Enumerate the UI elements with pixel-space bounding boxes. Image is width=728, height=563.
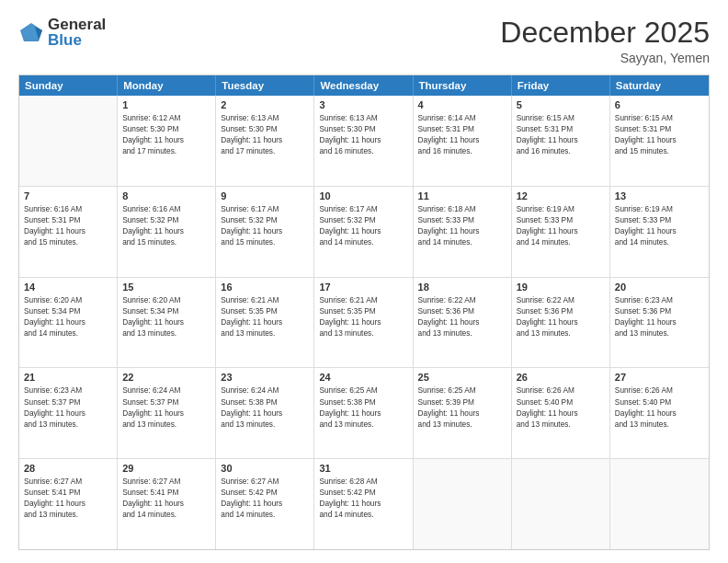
day-number: 5 [517, 99, 605, 110]
day-number: 19 [517, 282, 605, 293]
cell-info: Sunrise: 6:22 AMSunset: 5:36 PMDaylight:… [418, 294, 506, 339]
calendar: SundayMondayTuesdayWednesdayThursdayFrid… [18, 75, 710, 550]
cell-info: Sunrise: 6:19 AMSunset: 5:33 PMDaylight:… [517, 203, 605, 247]
location-subtitle: Sayyan, Yemen [500, 51, 710, 65]
cell-info: Sunrise: 6:16 AMSunset: 5:31 PMDaylight:… [24, 203, 112, 247]
day-number: 2 [221, 99, 309, 110]
cal-cell-21: 21Sunrise: 6:23 AMSunset: 5:37 PMDayligh… [19, 368, 118, 458]
cal-cell-9: 9Sunrise: 6:17 AMSunset: 5:32 PMDaylight… [216, 187, 314, 277]
day-number: 9 [221, 190, 309, 201]
cell-info: Sunrise: 6:27 AMSunset: 5:41 PMDaylight:… [24, 476, 112, 520]
day-number: 7 [24, 190, 112, 201]
day-number: 1 [122, 99, 210, 110]
cal-cell-31: 31Sunrise: 6:28 AMSunset: 5:42 PMDayligh… [314, 459, 413, 549]
cal-cell-26: 26Sunrise: 6:26 AMSunset: 5:40 PMDayligh… [512, 368, 610, 458]
day-number: 22 [122, 372, 210, 383]
header-cell-thursday: Thursday [414, 75, 512, 96]
title-block: December 2025 Sayyan, Yemen [500, 17, 710, 65]
cal-cell-1: 1Sunrise: 6:12 AMSunset: 5:30 PMDaylight… [118, 96, 216, 186]
day-number: 30 [221, 463, 309, 474]
cell-info: Sunrise: 6:14 AMSunset: 5:31 PMDaylight:… [418, 112, 506, 156]
header-cell-wednesday: Wednesday [314, 75, 413, 96]
cell-info: Sunrise: 6:17 AMSunset: 5:32 PMDaylight:… [319, 203, 407, 247]
month-title: December 2025 [500, 17, 710, 49]
header-cell-tuesday: Tuesday [216, 75, 314, 96]
cal-row-3: 14Sunrise: 6:20 AMSunset: 5:34 PMDayligh… [19, 278, 709, 369]
cal-cell-19: 19Sunrise: 6:22 AMSunset: 5:36 PMDayligh… [512, 278, 610, 368]
cell-info: Sunrise: 6:21 AMSunset: 5:35 PMDaylight:… [221, 294, 309, 339]
cal-cell-empty-4-4 [414, 459, 512, 549]
cal-cell-2: 2Sunrise: 6:13 AMSunset: 5:30 PMDaylight… [216, 96, 314, 186]
cal-row-2: 7Sunrise: 6:16 AMSunset: 5:31 PMDaylight… [19, 187, 709, 278]
cal-cell-15: 15Sunrise: 6:20 AMSunset: 5:34 PMDayligh… [118, 278, 216, 368]
cell-info: Sunrise: 6:18 AMSunset: 5:33 PMDaylight:… [418, 203, 506, 247]
cell-info: Sunrise: 6:17 AMSunset: 5:32 PMDaylight:… [221, 203, 309, 247]
cal-cell-20: 20Sunrise: 6:23 AMSunset: 5:36 PMDayligh… [610, 278, 709, 368]
cal-cell-empty-0-0 [19, 96, 118, 186]
cell-info: Sunrise: 6:26 AMSunset: 5:40 PMDaylight:… [517, 385, 605, 429]
cell-info: Sunrise: 6:21 AMSunset: 5:35 PMDaylight:… [319, 294, 407, 339]
calendar-header: SundayMondayTuesdayWednesdayThursdayFrid… [19, 75, 709, 96]
cal-cell-24: 24Sunrise: 6:25 AMSunset: 5:38 PMDayligh… [314, 368, 413, 458]
cal-cell-18: 18Sunrise: 6:22 AMSunset: 5:36 PMDayligh… [414, 278, 512, 368]
day-number: 28 [24, 463, 112, 474]
cell-info: Sunrise: 6:22 AMSunset: 5:36 PMDaylight:… [517, 294, 605, 339]
header: General Blue December 2025 Sayyan, Yemen [18, 17, 710, 65]
day-number: 12 [517, 190, 605, 201]
cell-info: Sunrise: 6:19 AMSunset: 5:33 PMDaylight:… [615, 203, 704, 247]
day-number: 23 [221, 372, 309, 383]
cell-info: Sunrise: 6:24 AMSunset: 5:37 PMDaylight:… [122, 385, 210, 429]
day-number: 20 [615, 282, 704, 293]
cell-info: Sunrise: 6:15 AMSunset: 5:31 PMDaylight:… [517, 112, 605, 156]
cell-info: Sunrise: 6:20 AMSunset: 5:34 PMDaylight:… [122, 294, 210, 339]
day-number: 26 [517, 372, 605, 383]
cell-info: Sunrise: 6:27 AMSunset: 5:41 PMDaylight:… [122, 476, 210, 520]
day-number: 4 [418, 99, 506, 110]
day-number: 21 [24, 372, 112, 383]
cal-row-5: 28Sunrise: 6:27 AMSunset: 5:41 PMDayligh… [19, 459, 709, 549]
cal-cell-10: 10Sunrise: 6:17 AMSunset: 5:32 PMDayligh… [314, 187, 413, 277]
cal-cell-29: 29Sunrise: 6:27 AMSunset: 5:41 PMDayligh… [118, 459, 216, 549]
day-number: 15 [122, 282, 210, 293]
day-number: 29 [122, 463, 210, 474]
header-cell-monday: Monday [118, 75, 216, 96]
cell-info: Sunrise: 6:12 AMSunset: 5:30 PMDaylight:… [122, 112, 210, 156]
day-number: 11 [418, 190, 506, 201]
day-number: 3 [319, 99, 407, 110]
cell-info: Sunrise: 6:15 AMSunset: 5:31 PMDaylight:… [615, 112, 704, 156]
cal-cell-16: 16Sunrise: 6:21 AMSunset: 5:35 PMDayligh… [216, 278, 314, 368]
cell-info: Sunrise: 6:24 AMSunset: 5:38 PMDaylight:… [221, 385, 309, 429]
cal-cell-22: 22Sunrise: 6:24 AMSunset: 5:37 PMDayligh… [118, 368, 216, 458]
logo-text: General Blue [48, 17, 106, 48]
header-cell-sunday: Sunday [19, 75, 118, 96]
header-cell-saturday: Saturday [610, 75, 709, 96]
cal-cell-5: 5Sunrise: 6:15 AMSunset: 5:31 PMDaylight… [512, 96, 610, 186]
cell-info: Sunrise: 6:27 AMSunset: 5:42 PMDaylight:… [221, 476, 309, 520]
calendar-body: 1Sunrise: 6:12 AMSunset: 5:30 PMDaylight… [19, 96, 709, 549]
day-number: 17 [319, 282, 407, 293]
cal-cell-11: 11Sunrise: 6:18 AMSunset: 5:33 PMDayligh… [414, 187, 512, 277]
day-number: 8 [122, 190, 210, 201]
cal-cell-7: 7Sunrise: 6:16 AMSunset: 5:31 PMDaylight… [19, 187, 118, 277]
cal-cell-empty-4-6 [610, 459, 709, 549]
cal-cell-empty-4-5 [512, 459, 610, 549]
cal-cell-27: 27Sunrise: 6:26 AMSunset: 5:40 PMDayligh… [610, 368, 709, 458]
day-number: 10 [319, 190, 407, 201]
day-number: 16 [221, 282, 309, 293]
day-number: 31 [319, 463, 407, 474]
cal-cell-6: 6Sunrise: 6:15 AMSunset: 5:31 PMDaylight… [610, 96, 709, 186]
cal-row-4: 21Sunrise: 6:23 AMSunset: 5:37 PMDayligh… [19, 368, 709, 459]
page: General Blue December 2025 Sayyan, Yemen… [0, 0, 728, 563]
day-number: 24 [319, 372, 407, 383]
day-number: 27 [615, 372, 704, 383]
cal-cell-25: 25Sunrise: 6:25 AMSunset: 5:39 PMDayligh… [414, 368, 512, 458]
cell-info: Sunrise: 6:16 AMSunset: 5:32 PMDaylight:… [122, 203, 210, 247]
day-number: 25 [418, 372, 506, 383]
header-cell-friday: Friday [512, 75, 610, 96]
cell-info: Sunrise: 6:13 AMSunset: 5:30 PMDaylight:… [221, 112, 309, 156]
cal-row-1: 1Sunrise: 6:12 AMSunset: 5:30 PMDaylight… [19, 96, 709, 187]
cal-cell-23: 23Sunrise: 6:24 AMSunset: 5:38 PMDayligh… [216, 368, 314, 458]
day-number: 14 [24, 282, 112, 293]
cell-info: Sunrise: 6:20 AMSunset: 5:34 PMDaylight:… [24, 294, 112, 339]
logo: General Blue [18, 17, 106, 48]
